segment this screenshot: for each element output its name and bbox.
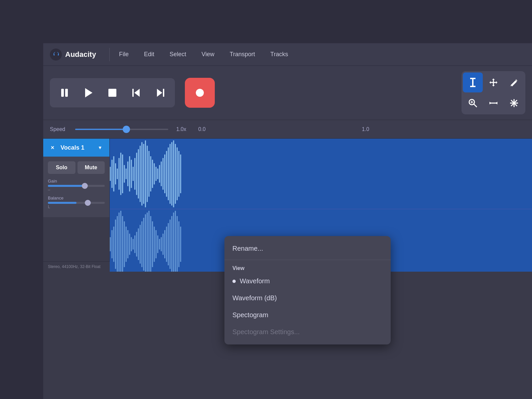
context-menu-waveform-db[interactable]: Waveform (dB) <box>224 290 391 307</box>
play-button[interactable] <box>76 81 100 105</box>
context-menu-view-section: View <box>224 263 391 273</box>
balance-slider-thumb[interactable] <box>85 200 91 206</box>
context-menu-spectrogram-settings: Spectogram Settings... <box>224 324 391 340</box>
track-title-bar: × Vocals 1 ▼ <box>43 139 109 157</box>
svg-rect-98 <box>156 230 157 258</box>
speed-bar: Speed 1.0x 0.0 1.0 <box>43 120 532 139</box>
menu-item-tracks[interactable]: Tracks <box>268 50 291 59</box>
svg-rect-41 <box>129 156 130 192</box>
svg-rect-68 <box>177 147 178 200</box>
menu-item-transport[interactable]: Transport <box>227 50 258 59</box>
svg-rect-88 <box>138 228 139 260</box>
svg-rect-55 <box>154 163 155 184</box>
speed-slider[interactable] <box>75 126 168 133</box>
svg-rect-3 <box>108 89 116 97</box>
app-logo-icon <box>50 49 62 61</box>
svg-rect-53 <box>150 156 151 192</box>
menu-items: File Edit Select View Transport Tracks <box>116 50 525 59</box>
pause-button[interactable] <box>53 81 76 105</box>
context-menu-waveform[interactable]: Waveform <box>224 273 391 290</box>
svg-marker-4 <box>134 89 140 97</box>
multi-tool-button[interactable] <box>483 72 503 92</box>
zoom-tool-button[interactable] <box>463 93 483 113</box>
app-logo: Audacity <box>50 49 96 61</box>
solo-button[interactable]: Solo <box>48 161 75 174</box>
svg-rect-79 <box>122 216 123 272</box>
svg-marker-16 <box>492 78 495 80</box>
svg-rect-109 <box>175 211 176 272</box>
svg-rect-90 <box>141 221 142 267</box>
svg-rect-76 <box>117 216 118 272</box>
speed-slider-fill <box>75 129 126 130</box>
balance-label: Balance <box>48 196 105 200</box>
record-button[interactable] <box>185 78 215 108</box>
svg-rect-54 <box>152 160 153 188</box>
balance-value: L <box>48 204 105 209</box>
svg-rect-52 <box>148 151 149 197</box>
track-buttons: Solo Mute <box>48 161 105 174</box>
svg-rect-75 <box>115 219 116 269</box>
svg-rect-87 <box>136 232 137 256</box>
balance-control: Balance L <box>48 196 105 209</box>
svg-rect-49 <box>143 144 144 204</box>
svg-marker-13 <box>489 81 491 84</box>
svg-rect-105 <box>168 223 169 265</box>
menu-item-edit[interactable]: Edit <box>141 50 157 59</box>
mute-button[interactable]: Mute <box>77 161 105 174</box>
svg-rect-84 <box>131 237 132 251</box>
svg-rect-47 <box>140 146 141 202</box>
skip-end-button[interactable] <box>148 81 172 105</box>
cursor-tool-button[interactable] <box>463 72 483 92</box>
speed-label: Speed <box>50 126 70 132</box>
gain-slider[interactable] <box>48 185 105 187</box>
gain-slider-thumb[interactable] <box>82 183 88 189</box>
toolbar <box>43 66 532 120</box>
resize-tool-button[interactable] <box>483 93 503 113</box>
svg-rect-108 <box>173 212 174 272</box>
svg-marker-23 <box>489 102 491 104</box>
balance-slider[interactable] <box>48 202 105 204</box>
svg-rect-80 <box>124 221 125 267</box>
track-controls: Solo Mute Gain – Balance <box>43 157 109 217</box>
gain-value: – <box>48 188 105 192</box>
svg-rect-5 <box>132 89 134 97</box>
svg-rect-92 <box>145 214 146 272</box>
svg-rect-43 <box>133 167 134 181</box>
track-dropdown-button[interactable]: ▼ <box>95 143 105 152</box>
menu-bar: Audacity File Edit Select View Transport… <box>43 43 532 66</box>
asterisk-tool-button[interactable] <box>504 93 524 113</box>
svg-rect-95 <box>150 216 151 272</box>
stop-button[interactable] <box>100 81 124 105</box>
svg-rect-70 <box>180 155 181 193</box>
pencil-tool-button[interactable] <box>504 72 524 92</box>
context-menu-waveform-label: Waveform <box>240 277 270 285</box>
svg-rect-44 <box>134 158 135 190</box>
svg-rect-81 <box>126 227 127 262</box>
menu-item-select[interactable]: Select <box>167 50 189 59</box>
context-menu: Rename... View Waveform Waveform (dB) Sp… <box>224 236 391 344</box>
menu-item-view[interactable]: View <box>199 50 217 59</box>
svg-rect-112 <box>180 227 181 262</box>
menu-divider <box>109 48 110 61</box>
skip-start-button[interactable] <box>124 81 148 105</box>
menu-item-file[interactable]: File <box>116 50 131 59</box>
svg-rect-50 <box>145 140 146 207</box>
svg-rect-100 <box>159 239 160 250</box>
svg-rect-94 <box>148 211 149 272</box>
svg-marker-14 <box>496 81 497 84</box>
svg-rect-42 <box>131 160 132 188</box>
context-menu-spectrogram[interactable]: Spectogram <box>224 307 391 324</box>
svg-rect-45 <box>136 153 137 195</box>
svg-rect-101 <box>161 237 162 251</box>
track-close-button[interactable]: × <box>48 143 57 152</box>
svg-rect-97 <box>154 227 155 262</box>
svg-rect-64 <box>170 144 171 204</box>
svg-rect-48 <box>141 142 142 205</box>
svg-rect-67 <box>175 144 176 204</box>
svg-rect-62 <box>166 151 167 197</box>
speed-slider-thumb[interactable] <box>123 126 130 133</box>
speed-value-label: 1.0x <box>176 126 186 132</box>
ruler-mark-0: 0.0 <box>198 126 205 132</box>
context-menu-rename[interactable]: Rename... <box>224 240 391 257</box>
svg-rect-85 <box>133 239 134 250</box>
